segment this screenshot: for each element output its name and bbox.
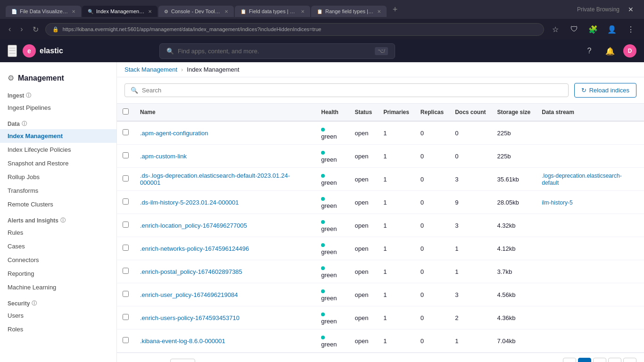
search-icon: 🔍: [166, 48, 174, 55]
tab-console[interactable]: ⚙ Console - Dev Tools - Ela... ✕: [158, 6, 234, 17]
hamburger-button[interactable]: ☰: [8, 45, 17, 57]
health-dot: [321, 220, 325, 224]
col-name: Name: [134, 104, 315, 121]
row-replicas-cell: 0: [415, 191, 449, 214]
global-search-bar[interactable]: 🔍 ⌥/: [159, 43, 395, 59]
row-checkbox-6[interactable]: [123, 268, 129, 274]
index-name-link[interactable]: .kibana-event-log-8.6.0-000001: [140, 337, 225, 345]
tab-close-icon[interactable]: ✕: [72, 9, 75, 14]
row-checkbox-cell: [117, 283, 134, 306]
tab-close-field-icon[interactable]: ✕: [301, 9, 305, 14]
sidebar-item-cases[interactable]: Cases: [0, 239, 116, 253]
row-checkbox-9[interactable]: [123, 337, 129, 343]
row-name-cell: .kibana-event-log-8.6.0-000001: [134, 329, 315, 353]
sidebar-item-connectors[interactable]: Connectors: [0, 253, 116, 267]
tab-close-active-icon[interactable]: ✕: [148, 9, 152, 14]
breadcrumb-stack-management[interactable]: Stack Management: [124, 66, 177, 73]
index-name-link[interactable]: .apm-custom-link: [140, 153, 187, 160]
row-name-cell: .apm-agent-configuration: [134, 121, 315, 145]
close-browser-button[interactable]: ✕: [623, 2, 638, 17]
elastic-logo-icon: e: [23, 44, 36, 58]
sidebar-item-ingest-pipelines[interactable]: Ingest Pipelines: [0, 101, 116, 115]
row-name-cell: .enrich-user_policy-1674696219084: [134, 283, 315, 306]
sidebar-item-snapshot-restore[interactable]: Snapshot and Restore: [0, 156, 116, 170]
index-name-link[interactable]: .enrich-postal_policy-1674602897385: [140, 268, 242, 275]
sidebar-item-roles[interactable]: Roles: [0, 322, 116, 336]
index-name-link[interactable]: .apm-agent-configuration: [140, 130, 208, 137]
row-checkbox-5[interactable]: [123, 245, 129, 251]
tab-field-types[interactable]: 📋 Field data types | ElasticS... ✕: [235, 6, 310, 17]
forward-button[interactable]: ›: [17, 23, 25, 35]
row-replicas-cell: 0: [415, 283, 449, 306]
row-health-cell: green: [315, 329, 349, 353]
row-storage-size-cell: 28.05kb: [492, 191, 537, 214]
row-checkbox-3[interactable]: [123, 198, 129, 205]
sidebar-item-rules[interactable]: Rules: [0, 226, 116, 239]
row-docs-count-cell: 1: [449, 260, 491, 283]
row-checkbox-0[interactable]: [123, 129, 129, 135]
select-all-checkbox[interactable]: [123, 108, 129, 115]
tab-file-visualizer[interactable]: 📄 File Data Visualizer - Ma... ✕: [6, 6, 81, 17]
tab-close-console-icon[interactable]: ✕: [224, 9, 228, 14]
next-page-button[interactable]: ›: [623, 358, 636, 362]
sidebar-item-machine-learning[interactable]: Machine Learning: [0, 280, 116, 294]
page-3-button[interactable]: 3: [608, 358, 621, 362]
new-tab-button[interactable]: +: [388, 2, 403, 17]
row-checkbox-8[interactable]: [123, 314, 129, 320]
help-button[interactable]: ?: [582, 43, 597, 58]
row-status-cell: open: [349, 145, 378, 168]
index-name-link[interactable]: .enrich-networks-policy-1674596124496: [140, 245, 249, 252]
back-button[interactable]: ‹: [6, 23, 14, 35]
index-name-link[interactable]: .enrich-user_policy-1674696219084: [140, 291, 238, 298]
menu-button[interactable]: ⋮: [623, 22, 638, 37]
bookmark-button[interactable]: ☆: [548, 22, 563, 37]
row-health-cell: green: [315, 168, 349, 191]
shield-icon[interactable]: 🛡: [567, 22, 582, 37]
sidebar-item-reporting[interactable]: Reporting: [0, 267, 116, 280]
data-stream-link[interactable]: ilm-history-5: [542, 199, 572, 206]
sidebar-item-transforms[interactable]: Transforms: [0, 184, 116, 197]
breadcrumb: Stack Management › Index Management: [117, 62, 644, 77]
row-checkbox-4[interactable]: [123, 222, 129, 228]
sidebar-item-index-lifecycle[interactable]: Index Lifecycle Policies: [0, 143, 116, 156]
prev-page-button[interactable]: ‹: [563, 358, 576, 362]
row-data-stream-cell: [536, 237, 644, 260]
row-checkbox-2[interactable]: [123, 175, 129, 181]
reload-label: Reload indices: [589, 87, 629, 94]
row-status-cell: open: [349, 191, 378, 214]
address-bar[interactable]: 🔒 https://kibana.evermight.net:5601/app/…: [45, 23, 544, 36]
row-checkbox-cell: [117, 260, 134, 283]
global-search-input[interactable]: [178, 48, 371, 55]
row-checkbox-7[interactable]: [123, 291, 129, 297]
user-avatar[interactable]: D: [623, 44, 636, 58]
index-name-link[interactable]: .enrich-location_policy-1674696277005: [140, 222, 247, 229]
rows-per-page-select[interactable]: 10 25 50: [170, 359, 195, 362]
tab-range-types[interactable]: 📋 Range field types | Elastic... ✕: [311, 6, 387, 17]
sidebar-item-remote-clusters[interactable]: Remote Clusters: [0, 197, 116, 211]
page-1-button[interactable]: 1: [578, 358, 591, 362]
index-search-bar[interactable]: 🔍: [124, 83, 569, 97]
extensions-button[interactable]: 🧩: [586, 22, 601, 37]
gear-icon: ⚙: [8, 74, 14, 82]
row-status-cell: open: [349, 121, 378, 145]
tab-index-management[interactable]: 🔍 Index Management - Ela... ✕: [82, 6, 157, 17]
sidebar-item-index-management[interactable]: Index Management: [0, 129, 116, 143]
index-search-input[interactable]: [142, 87, 562, 94]
row-docs-count-cell: 1: [449, 237, 491, 260]
page-2-button[interactable]: 2: [593, 358, 606, 362]
health-dot: [321, 243, 325, 247]
row-docs-count-cell: 3: [449, 283, 491, 306]
nav-right: ? 🔔 D: [582, 43, 636, 58]
reload-page-button[interactable]: ↻: [30, 23, 41, 36]
index-name-link[interactable]: .ds-ilm-history-5-2023.01.24-000001: [140, 199, 239, 206]
sidebar-item-rollup-jobs[interactable]: Rollup Jobs: [0, 170, 116, 184]
tab-close-range-icon[interactable]: ✕: [377, 9, 381, 14]
profile-button[interactable]: 👤: [604, 22, 619, 37]
reload-indices-button[interactable]: ↻ Reload indices: [574, 83, 636, 98]
index-name-link[interactable]: .enrich-users-policy-1674593453710: [140, 314, 239, 321]
notifications-button[interactable]: 🔔: [603, 43, 618, 58]
row-checkbox-1[interactable]: [123, 152, 129, 158]
data-stream-link[interactable]: .logs-deprecation.elasticsearch-default: [542, 173, 621, 186]
sidebar-item-users[interactable]: Users: [0, 309, 116, 322]
index-name-link[interactable]: .ds-.logs-deprecation.elasticsearch-defa…: [140, 172, 290, 186]
